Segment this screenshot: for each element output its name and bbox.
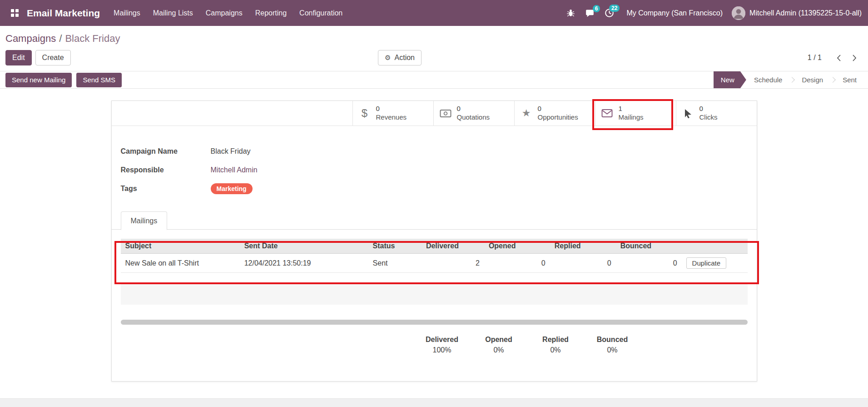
stat-opened-value: 0% [480, 346, 518, 354]
stage-new[interactable]: New [714, 71, 746, 88]
mailing-stats: Delivered 100% Opened 0% Replied 0% Boun… [423, 336, 757, 354]
breadcrumb-separator: / [59, 33, 62, 44]
clicks-count: 0 [699, 105, 718, 113]
cell-sent-date: 12/04/2021 13:50:19 [240, 254, 368, 273]
edit-button[interactable]: Edit [5, 50, 32, 65]
quotations-stat-button[interactable]: 0 Quotations [433, 101, 514, 126]
col-subject[interactable]: Subject [121, 239, 240, 254]
stat-delivered-label: Delivered [423, 336, 461, 344]
stat-delivered-value: 100% [423, 346, 461, 354]
money-icon [439, 109, 452, 118]
pager-previous-button[interactable] [831, 52, 847, 64]
stage-design[interactable]: Design [794, 71, 831, 88]
col-actions [682, 239, 748, 254]
revenues-label: Revenues [376, 113, 407, 122]
stat-opened-label: Opened [480, 336, 518, 344]
mailings-stat-button[interactable]: 1 Mailings [595, 101, 676, 126]
responsible-value-link[interactable]: Mitchell Admin [211, 166, 258, 174]
debug-icon [566, 9, 575, 17]
messages-badge: 6 [593, 5, 600, 12]
nav-item-configuration[interactable]: Configuration [293, 5, 349, 21]
opportunities-label: Opportunities [538, 113, 578, 122]
action-menu-label: Action [395, 53, 415, 63]
opportunities-count: 0 [538, 105, 578, 113]
col-status[interactable]: Status [368, 239, 422, 254]
create-button[interactable]: Create [35, 50, 71, 65]
table-row[interactable]: New Sale on all T-Shirt 12/04/2021 13:50… [121, 254, 748, 273]
field-tags: Tags Marketing [121, 182, 757, 195]
cell-bounced: 0 [616, 254, 682, 273]
envelope-icon [601, 109, 614, 118]
cell-actions: Duplicate [682, 254, 748, 273]
stat-bounced: Bounced 0% [593, 336, 632, 354]
clicks-stat-button[interactable]: 0 Clicks [676, 101, 757, 126]
main-menu: Mailings Mailing Lists Campaigns Reporti… [107, 5, 349, 21]
col-bounced[interactable]: Bounced [616, 239, 682, 254]
stat-delivered: Delivered 100% [423, 336, 461, 354]
pager-value: 1 / 1 [808, 54, 822, 62]
pager: 1 / 1 [808, 52, 863, 64]
company-switcher[interactable]: My Company (San Francisco) [626, 9, 723, 17]
tags-label: Tags [121, 185, 211, 193]
apps-grid-icon [11, 9, 19, 17]
col-replied[interactable]: Replied [550, 239, 616, 254]
stage-schedule[interactable]: Schedule [746, 71, 790, 88]
field-responsible: Responsible Mitchell Admin [121, 164, 757, 176]
campaign-form-sheet: $ 0 Revenues 0 Quotations ★ [111, 100, 757, 382]
stage-sent[interactable]: Sent [835, 71, 864, 88]
stat-replied-label: Replied [536, 336, 575, 344]
send-sms-button[interactable]: Send SMS [76, 73, 122, 87]
cell-replied: 0 [550, 254, 616, 273]
send-new-mailing-button[interactable]: Send new Mailing [5, 73, 72, 87]
main-content: $ 0 Revenues 0 Quotations ★ [0, 89, 868, 382]
messages-button[interactable]: 6 [580, 5, 600, 21]
horizontal-scrollbar[interactable] [121, 320, 748, 325]
cell-opened: 0 [484, 254, 550, 273]
app-title[interactable]: Email Marketing [27, 8, 100, 19]
debug-button[interactable] [561, 5, 580, 21]
pager-next-button[interactable] [847, 52, 863, 64]
chevron-left-icon [837, 55, 841, 61]
col-delivered[interactable]: Delivered [422, 239, 484, 254]
mailings-table: Subject Sent Date Status Delivered Opene… [121, 239, 748, 273]
quotations-count: 0 [457, 105, 490, 113]
duplicate-button[interactable]: Duplicate [686, 257, 727, 269]
activities-button[interactable]: 22 [600, 5, 619, 21]
revenues-stat-button[interactable]: $ 0 Revenues [352, 101, 433, 126]
apps-menu-button[interactable] [6, 5, 23, 20]
gear-icon: ⚙ [385, 53, 391, 63]
col-sent-date[interactable]: Sent Date [240, 239, 368, 254]
cell-status: Sent [368, 254, 422, 273]
dollar-icon: $ [358, 107, 371, 120]
action-menu-button[interactable]: ⚙ Action [378, 50, 422, 65]
campaign-name-label: Campaign Name [121, 147, 211, 156]
control-panel: Campaigns/Black Friday Edit Create ⚙ Act… [0, 32, 868, 66]
stat-replied: Replied 0% [536, 336, 575, 354]
user-name: Mitchell Admin (11395225-15-0-all) [749, 9, 862, 17]
responsible-label: Responsible [121, 166, 211, 174]
stage-pipeline: New Schedule Design Sent [714, 71, 868, 88]
user-menu[interactable]: Mitchell Admin (11395225-15-0-all) [732, 6, 862, 20]
breadcrumb-campaigns[interactable]: Campaigns [5, 33, 56, 44]
cell-delivered: 2 [422, 254, 484, 273]
nav-item-campaigns[interactable]: Campaigns [199, 5, 249, 21]
chevron-right-icon [853, 55, 857, 61]
col-opened[interactable]: Opened [484, 239, 550, 254]
activities-badge: 22 [609, 5, 620, 12]
revenues-count: 0 [376, 105, 407, 113]
nav-item-mailings[interactable]: Mailings [107, 5, 147, 21]
breadcrumb-current: Black Friday [65, 33, 120, 44]
tag-marketing: Marketing [211, 183, 253, 194]
stat-opened: Opened 0% [480, 336, 518, 354]
field-campaign-name: Campaign Name Black Friday [121, 145, 757, 158]
tab-mailings[interactable]: Mailings [121, 211, 168, 230]
nav-item-reporting[interactable]: Reporting [249, 5, 293, 21]
breadcrumb: Campaigns/Black Friday [5, 32, 863, 45]
mailings-label: Mailings [619, 113, 644, 122]
nav-item-mailing-lists[interactable]: Mailing Lists [147, 5, 199, 21]
opportunities-stat-button[interactable]: ★ 0 Opportunities [514, 101, 595, 126]
stat-replied-value: 0% [536, 346, 575, 354]
table-header-row: Subject Sent Date Status Delivered Opene… [121, 239, 748, 254]
cell-subject: New Sale on all T-Shirt [121, 254, 240, 273]
form-fields: Campaign Name Black Friday Responsible M… [121, 145, 757, 195]
